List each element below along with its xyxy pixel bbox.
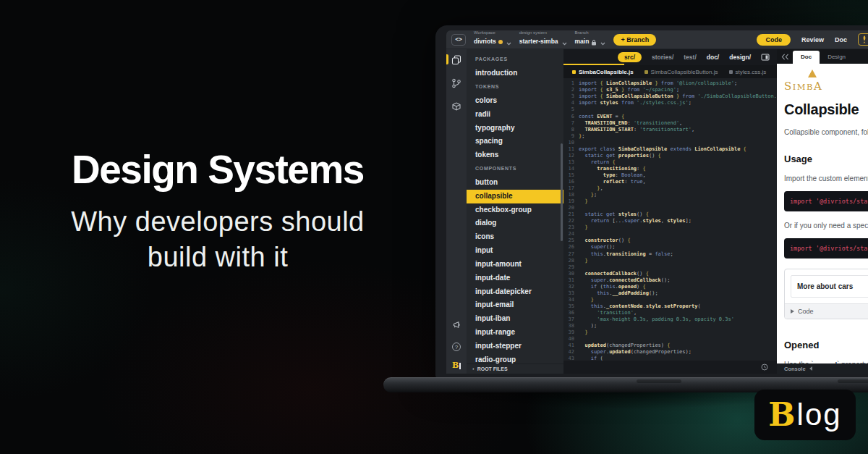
code-line: 6const EVENT = { <box>566 114 777 120</box>
line-number: 11 <box>566 146 579 153</box>
help-icon[interactable]: ? <box>452 342 461 351</box>
code-line: 16 reflect: true, <box>566 179 777 185</box>
line-number: 28 <box>566 258 579 264</box>
sidebar-item-input[interactable]: input <box>467 244 563 258</box>
code-line: 15 type: Boolean, <box>566 172 777 179</box>
root-files-toggle[interactable]: › ROOT FILES <box>467 363 563 374</box>
line-number: 34 <box>566 297 579 303</box>
sidebar-item-input-stepper[interactable]: input-stepper <box>467 340 563 353</box>
line-number: 6 <box>566 114 579 120</box>
code-line: 11export class SimbaCollapsible extends … <box>566 146 777 153</box>
sidebar-item-typography[interactable]: typography <box>467 122 563 135</box>
path-tab-design[interactable]: design/ <box>729 54 751 61</box>
code-line: 12 static get properties() { <box>566 153 777 159</box>
path-tab-test[interactable]: test/ <box>684 54 696 61</box>
history-icon[interactable] <box>761 361 768 374</box>
file-tab[interactable]: SimbaCollapsible.js <box>572 69 634 75</box>
sidebar-section-header: PACKAGES <box>467 53 563 67</box>
line-number: 41 <box>566 342 579 349</box>
sidebar-scrollbar[interactable] <box>561 143 563 241</box>
code-line: 9}; <box>566 133 777 140</box>
docs-tab-design[interactable]: Design <box>820 51 854 64</box>
sidebar-section-header: TOKENS <box>467 80 563 94</box>
path-tab-doc[interactable]: doc/ <box>707 54 719 61</box>
code-lines[interactable]: 1import { LionCollapsible } from '@lion/… <box>563 78 777 361</box>
docs-tabbar: Doc Design <box>777 49 868 64</box>
sidebar-section-header: COMPONENTS <box>467 162 563 176</box>
line-number: 27 <box>566 251 579 258</box>
import-code-block-1: import '@divriots/starte <box>784 191 868 211</box>
line-number: 8 <box>566 127 579 133</box>
file-tab[interactable]: styles.css.js <box>729 69 767 75</box>
line-number: 36 <box>566 310 579 316</box>
sidebar-item-input-iban[interactable]: input-iban <box>467 312 563 326</box>
sidebar-item-input-date[interactable]: input-date <box>467 272 563 285</box>
code-line: 13 return { <box>566 159 777 166</box>
sidebar-item-input-range[interactable]: input-range <box>467 326 563 340</box>
sidebar-item-introduction[interactable]: introduction <box>467 67 563 80</box>
feedback-icon[interactable] <box>452 319 461 332</box>
code-line: 40 <box>566 336 777 342</box>
editor-statusbar <box>563 361 777 374</box>
sidebar-item-input-datepicker[interactable]: input-datepicker <box>467 285 563 299</box>
code-line: 1import { LionCollapsible } from '@lion/… <box>566 80 777 87</box>
launch-icon[interactable] <box>858 33 868 46</box>
sidebar-item-spacing[interactable]: spacing <box>467 135 563 148</box>
or-text: Or if you only need a specific <box>784 222 868 230</box>
path-tabs: src/stories/test/doc/design/ <box>563 49 777 65</box>
sidebar-item-collapsible[interactable]: collapsible <box>467 190 563 203</box>
open-preview-icon[interactable] <box>761 51 770 64</box>
sidebar-item-input-email[interactable]: input-email <box>467 298 563 312</box>
triangle-right-icon <box>791 309 794 314</box>
code-line: 38 ); <box>566 323 777 329</box>
new-branch-button[interactable]: + Branch <box>613 34 656 46</box>
code-line: 27 this.transitioning = false; <box>566 251 777 258</box>
console-bar[interactable]: Console <box>777 363 868 374</box>
sidebar-item-checkbox-group[interactable]: checkbox-group <box>467 203 563 217</box>
code-line: 28 } <box>566 258 777 264</box>
sidebar-item-radii[interactable]: radii <box>467 108 563 122</box>
path-tab-stories[interactable]: stories/ <box>652 54 673 61</box>
review-tab[interactable]: Review <box>801 36 824 43</box>
branch-selector[interactable]: Branch main <box>575 30 606 49</box>
backlight-logo-icon[interactable]: <> <box>451 34 466 46</box>
code-line: 33 this.__addPadding(); <box>566 290 777 297</box>
simba-sail-icon <box>808 70 817 77</box>
pages-icon[interactable] <box>451 55 461 68</box>
file-tab[interactable]: SimbaCollapsibleButton.js <box>644 69 718 75</box>
sidebar-item-icons[interactable]: icons <box>467 230 563 244</box>
code-line: 14 transitioning: { <box>566 166 777 172</box>
package-icon[interactable] <box>451 101 461 114</box>
sidebar-item-dialog[interactable]: dialog <box>467 217 563 230</box>
backlight-app-window: <> Workspace divriots design system star… <box>446 30 868 374</box>
sidebar-item-radio-group[interactable]: radio-group <box>467 353 563 363</box>
code-line: 42 super.updated(changedProperties); <box>566 349 777 356</box>
code-line: 43 if ( <box>566 356 777 361</box>
code-line: 10 <box>566 140 777 146</box>
workspace-selector[interactable]: Workspace divriots <box>474 30 511 49</box>
collapse-panel-icon[interactable] <box>781 50 789 63</box>
line-number: 26 <box>566 244 579 251</box>
path-tab-src[interactable]: src/ <box>618 52 642 62</box>
git-branch-icon[interactable] <box>451 78 461 91</box>
file-icon <box>572 70 576 74</box>
sidebar-item-button[interactable]: button <box>467 176 563 190</box>
code-toggle[interactable]: Code <box>785 303 868 319</box>
active-rail-indicator <box>446 54 448 64</box>
docs-tab-doc[interactable]: Doc <box>793 51 820 64</box>
doc-tab[interactable]: Doc <box>835 36 847 43</box>
file-icon <box>729 70 733 74</box>
backlight-wordmark-icon[interactable]: B <box>452 361 461 369</box>
blog-rest-letters: log <box>797 400 842 430</box>
sidebar-list: PACKAGESintroductionTOKENScolorsradiityp… <box>467 49 563 363</box>
line-number: 7 <box>566 120 579 127</box>
sidebar-item-tokens[interactable]: tokens <box>467 148 563 162</box>
collapsible-demo-button[interactable]: More about cars <box>791 275 868 298</box>
design-system-selector[interactable]: design system starter-simba <box>519 30 567 49</box>
chevron-down-icon <box>600 35 605 49</box>
sidebar-item-colors[interactable]: colors <box>467 94 563 108</box>
code-tab[interactable]: Code <box>757 34 791 46</box>
line-number: 37 <box>566 316 579 323</box>
file-tabs: SimbaCollapsible.jsSimbaCollapsibleButto… <box>563 65 777 78</box>
sidebar-item-input-amount[interactable]: input-amount <box>467 258 563 272</box>
